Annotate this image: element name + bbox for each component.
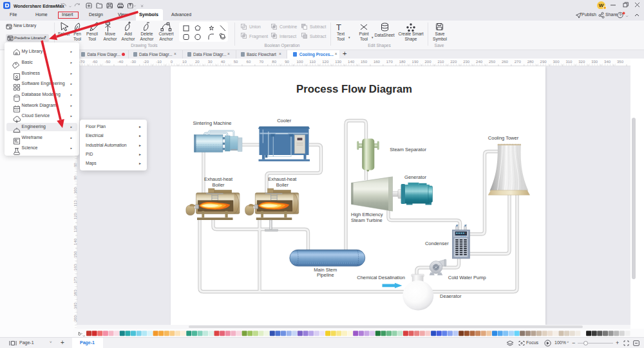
svg-text:-20: -20 <box>143 60 149 64</box>
svg-text:Boiler: Boiler <box>212 182 225 188</box>
svg-text:250: 250 <box>489 60 496 64</box>
svg-text:Main Stem: Main Stem <box>314 267 337 273</box>
svg-text:210: 210 <box>437 60 444 64</box>
svg-text:-60: -60 <box>92 60 98 64</box>
svg-text:110: 110 <box>310 60 316 64</box>
svg-text:Sintering Machine: Sintering Machine <box>193 120 231 126</box>
svg-text:340: 340 <box>604 60 611 64</box>
svg-text:190: 190 <box>412 60 419 64</box>
svg-text:280: 280 <box>527 60 535 64</box>
svg-text:260: 260 <box>502 60 509 64</box>
svg-text:Boiler: Boiler <box>276 182 289 188</box>
svg-text:Generator: Generator <box>404 174 426 180</box>
svg-text:170: 170 <box>386 60 393 64</box>
svg-text:100: 100 <box>296 60 303 64</box>
svg-text:90: 90 <box>285 60 289 64</box>
svg-text:300: 300 <box>553 60 560 64</box>
svg-text:-30: -30 <box>130 60 136 64</box>
svg-text:Deaerator: Deaerator <box>440 293 462 299</box>
svg-text:310: 310 <box>565 60 573 64</box>
svg-text:120: 120 <box>322 60 329 64</box>
svg-text:200: 200 <box>424 60 431 64</box>
svg-text:Cold Water Pump: Cold Water Pump <box>448 275 486 280</box>
svg-text:-40: -40 <box>118 60 124 64</box>
svg-text:Pipeline: Pipeline <box>317 272 334 278</box>
svg-text:-50: -50 <box>105 60 111 64</box>
svg-text:30: 30 <box>208 60 213 64</box>
svg-text:270: 270 <box>515 60 522 64</box>
svg-text:-10: -10 <box>156 60 162 64</box>
svg-text:230: 230 <box>463 60 470 64</box>
svg-text:40: 40 <box>221 60 225 64</box>
svg-text:High Efficiency: High Efficiency <box>351 212 383 217</box>
svg-text:220: 220 <box>450 60 457 64</box>
svg-text:Cooler: Cooler <box>277 118 292 124</box>
svg-text:290: 290 <box>540 60 547 64</box>
svg-text:10: 10 <box>182 60 187 64</box>
svg-text:Process Flow Diagram: Process Flow Diagram <box>296 83 412 95</box>
svg-text:Steam Turbine: Steam Turbine <box>351 217 383 223</box>
svg-text:130: 130 <box>335 60 342 64</box>
svg-text:150: 150 <box>361 60 368 64</box>
svg-text:60: 60 <box>247 60 251 64</box>
svg-text:-70: -70 <box>79 60 85 64</box>
svg-text:350: 350 <box>617 60 624 64</box>
svg-text:320: 320 <box>578 60 585 64</box>
svg-text:20: 20 <box>195 60 200 64</box>
svg-text:Condenser: Condenser <box>425 241 449 246</box>
svg-text:70: 70 <box>259 60 263 64</box>
svg-text:160: 160 <box>374 60 381 64</box>
svg-text:180: 180 <box>399 60 406 64</box>
svg-text:0: 0 <box>171 60 173 64</box>
svg-text:Chemical Desalination: Chemical Desalination <box>357 275 405 280</box>
svg-text:80: 80 <box>272 60 276 64</box>
svg-text:Cooling Tower: Cooling Tower <box>488 135 519 141</box>
svg-text:Steam Separator: Steam Separator <box>390 147 426 152</box>
svg-text:330: 330 <box>591 60 598 64</box>
svg-text:240: 240 <box>476 60 483 64</box>
svg-text:140: 140 <box>348 60 355 64</box>
svg-text:50: 50 <box>234 60 238 64</box>
